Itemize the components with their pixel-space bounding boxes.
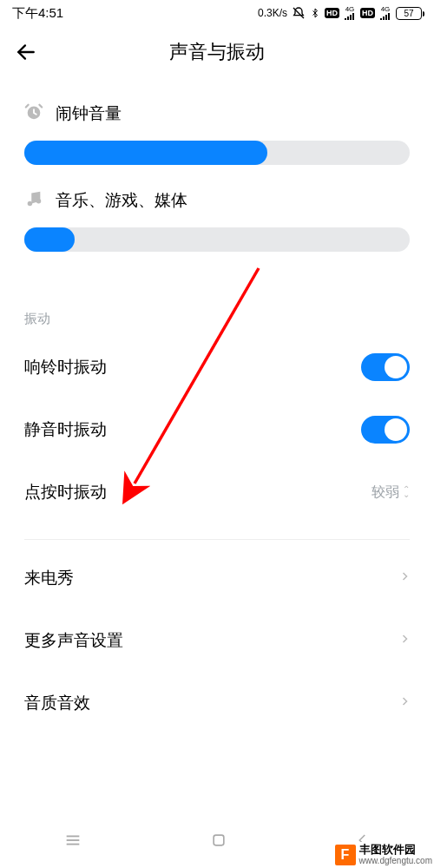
chevron-right-icon bbox=[399, 694, 410, 713]
status-time: 下午4:51 bbox=[12, 5, 63, 22]
hd-badge-1: HD bbox=[325, 8, 339, 18]
sound-effect-row[interactable]: 音质音效 bbox=[24, 672, 410, 734]
caller-show-row[interactable]: 来电秀 bbox=[24, 547, 410, 609]
media-volume-slider[interactable] bbox=[24, 227, 410, 252]
mute-icon bbox=[292, 6, 306, 20]
more-sound-label: 更多声音设置 bbox=[24, 629, 123, 652]
vibration-section-label: 振动 bbox=[24, 311, 410, 327]
watermark: F 丰图软件园 www.dgfengtu.com bbox=[333, 842, 435, 868]
vibrate-on-ring-label: 响铃时振动 bbox=[24, 356, 107, 378]
back-button[interactable] bbox=[0, 41, 52, 63]
music-icon bbox=[24, 189, 43, 212]
signal-2: 4G bbox=[379, 6, 391, 20]
back-arrow-icon bbox=[15, 41, 37, 63]
sound-effect-label: 音质音效 bbox=[24, 692, 90, 714]
alarm-volume-block: 闹钟音量 bbox=[24, 102, 410, 165]
chevron-right-icon bbox=[399, 569, 410, 588]
watermark-url: www.dgfengtu.com bbox=[359, 855, 433, 866]
alarm-volume-slider[interactable] bbox=[24, 141, 410, 165]
status-bar: 下午4:51 0.3K/s HD 4G HD 4G 57 bbox=[0, 0, 434, 26]
svg-point-3 bbox=[28, 201, 33, 207]
vibrate-on-ring-toggle[interactable] bbox=[361, 353, 410, 381]
divider bbox=[24, 539, 410, 540]
bluetooth-icon bbox=[310, 6, 320, 20]
media-volume-fill bbox=[24, 227, 75, 252]
media-volume-block: 音乐、游戏、媒体 bbox=[24, 189, 410, 252]
more-sound-row[interactable]: 更多声音设置 bbox=[24, 609, 410, 672]
vibrate-on-tap-label: 点按时振动 bbox=[24, 481, 107, 503]
signal-1: 4G bbox=[344, 6, 356, 20]
page-title: 声音与振动 bbox=[0, 39, 434, 65]
alarm-volume-label: 闹钟音量 bbox=[56, 102, 122, 125]
caller-show-label: 来电秀 bbox=[24, 567, 74, 589]
vibrate-on-ring-row[interactable]: 响铃时振动 bbox=[24, 336, 410, 398]
watermark-name: 丰图软件园 bbox=[359, 844, 433, 855]
battery-indicator: 57 bbox=[396, 7, 422, 20]
alarm-icon bbox=[24, 102, 43, 125]
vibrate-on-silent-toggle[interactable] bbox=[361, 416, 410, 444]
net-speed: 0.3K/s bbox=[258, 7, 287, 19]
vibrate-on-tap-row[interactable]: 点按时振动 较弱 ⌃⌄ bbox=[24, 461, 410, 523]
nav-recents-icon[interactable] bbox=[63, 831, 82, 853]
watermark-logo: F bbox=[335, 845, 356, 865]
updown-icon: ⌃⌄ bbox=[403, 487, 410, 497]
alarm-volume-fill bbox=[24, 141, 267, 165]
chevron-right-icon bbox=[399, 631, 410, 650]
hd-badge-2: HD bbox=[360, 8, 375, 18]
status-icons: 0.3K/s HD 4G HD 4G 57 bbox=[258, 6, 422, 20]
vibrate-on-silent-row[interactable]: 静音时振动 bbox=[24, 398, 410, 461]
svg-rect-9 bbox=[214, 835, 224, 845]
page-header: 声音与振动 bbox=[0, 26, 434, 78]
svg-point-4 bbox=[36, 199, 42, 204]
media-volume-label: 音乐、游戏、媒体 bbox=[56, 189, 187, 212]
nav-home-icon[interactable] bbox=[210, 832, 227, 852]
vibrate-on-tap-value: 较弱 ⌃⌄ bbox=[372, 483, 410, 502]
vibrate-on-silent-label: 静音时振动 bbox=[24, 418, 107, 441]
